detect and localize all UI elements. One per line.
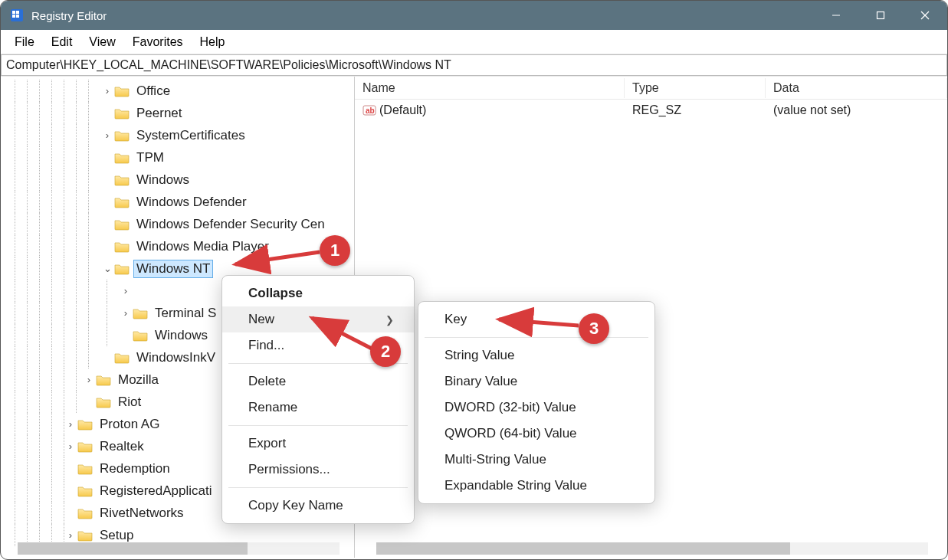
tree-item-label: Windows Defender [134,194,249,211]
folder-icon [133,307,148,319]
tree-item-label [133,290,137,292]
folder-icon [114,352,130,364]
tree-item-label: Peernet [134,105,185,122]
sub-dword[interactable]: DWORD (32-bit) Value [418,395,654,421]
folder-icon [114,218,130,231]
svg-rect-2 [12,11,15,14]
address-bar[interactable]: Computer\HKEY_LOCAL_MACHINE\SOFTWARE\Pol… [1,54,947,76]
ctx-delete[interactable]: Delete [222,368,414,395]
sub-binary[interactable]: Binary Value [418,368,654,395]
folder-icon [114,263,130,275]
close-button[interactable] [903,1,947,30]
sub-multi[interactable]: Multi-String Value [418,447,654,473]
folder-icon [114,152,130,164]
svg-rect-5 [16,15,19,18]
list-header: Name Type Data [355,77,947,100]
chevron-right-icon[interactable]: › [100,129,114,141]
list-row[interactable]: ab (Default) REG_SZ (value not set) [355,100,947,121]
sub-string[interactable]: String Value [418,342,654,368]
folder-icon [96,396,111,408]
chevron-right-icon[interactable]: › [82,374,96,385]
col-data[interactable]: Data [766,78,947,98]
ctx-collapse[interactable]: Collapse [222,280,414,306]
ctx-permissions[interactable]: Permissions... [222,457,414,483]
tree-item[interactable]: Windows Media Player [1,235,354,257]
menu-view[interactable]: View [81,32,123,52]
tree-item[interactable]: ›SystemCertificates [1,124,354,146]
tree-item[interactable]: Windows Defender Security Cen [1,213,354,235]
app-icon [10,8,24,22]
maximize-button[interactable] [858,1,903,30]
tree-item[interactable]: Windows Defender [1,191,354,213]
tree-item-label: Windows Defender Security Cen [134,216,327,233]
tree-item[interactable]: TPM [1,146,354,169]
folder-icon [77,485,93,497]
ctx-rename[interactable]: Rename [222,395,414,421]
chevron-right-icon[interactable]: › [100,85,114,97]
folder-icon [114,174,130,186]
value-type: REG_SZ [625,102,766,119]
folder-icon [77,440,93,453]
tree-item-label: Riot [116,394,143,411]
minimize-button[interactable] [814,1,858,30]
tree-item-label: Setup [97,527,136,544]
menu-favorites[interactable]: Favorites [125,32,191,52]
chevron-right-icon[interactable]: › [64,529,77,541]
ctx-copy-key-name[interactable]: Copy Key Name [222,493,414,519]
sub-key[interactable]: Key [418,306,654,332]
folder-icon [77,507,93,519]
tree-item-label: Realtek [97,438,146,455]
tree-item-label: Redemption [97,460,172,477]
tree-item-label: Office [134,83,172,100]
tree-item[interactable]: Windows [1,169,354,191]
folder-icon [114,196,130,208]
tree-item-label: Proton AG [97,416,162,433]
folder-icon [96,374,111,386]
chevron-right-icon: ❯ [385,314,394,326]
context-menu: Collapse New❯ Find... Delete Rename Expo… [221,275,415,524]
folder-icon [77,463,93,475]
chevron-right-icon[interactable]: › [119,285,133,296]
col-name[interactable]: Name [355,78,625,98]
tree-item-label: RivetNetworks [97,505,186,522]
menu-help[interactable]: Help [192,32,233,52]
folder-icon [114,241,130,253]
tree-item-label: Windows [153,327,210,344]
tree-item-label: Terminal S [153,305,218,322]
tree-item-label: RegisteredApplicati [97,483,214,499]
tree-item-label: WindowsInkV [134,349,218,366]
folder-icon [114,129,130,142]
folder-icon [77,418,93,431]
sub-expand[interactable]: Expandable String Value [418,473,654,499]
col-type[interactable]: Type [625,78,766,98]
tree-item-label: TPM [134,149,166,166]
reg-string-icon: ab [362,103,376,117]
tree-item-label: Windows NT [134,260,212,277]
chevron-right-icon[interactable]: › [64,418,77,430]
tree-scrollbar[interactable] [18,542,340,555]
window-title: Registry Editor [31,9,107,22]
titlebar: Registry Editor [1,1,947,30]
folder-icon [114,85,130,97]
chevron-down-icon[interactable]: ⌄ [100,263,114,274]
folder-icon [133,329,148,342]
svg-rect-7 [877,12,884,19]
tree-item-label: Mozilla [116,372,161,388]
folder-icon [114,107,130,120]
list-scrollbar[interactable] [376,542,928,555]
tree-item[interactable]: ›Office [1,80,354,102]
sub-qword[interactable]: QWORD (64-bit) Value [418,421,654,447]
menu-edit[interactable]: Edit [44,32,80,52]
svg-rect-4 [12,15,15,18]
address-text: Computer\HKEY_LOCAL_MACHINE\SOFTWARE\Pol… [6,58,451,72]
tree-item[interactable]: Peernet [1,102,354,124]
new-submenu: Key String Value Binary Value DWORD (32-… [418,301,655,504]
menubar: File Edit View Favorites Help [1,30,947,54]
chevron-right-icon[interactable]: › [119,307,133,319]
chevron-right-icon[interactable]: › [64,440,77,452]
menu-file[interactable]: File [7,32,42,52]
ctx-new[interactable]: New❯ [222,306,414,332]
svg-rect-3 [16,11,19,14]
tree-item-label: Windows [134,172,192,188]
ctx-export[interactable]: Export [222,431,414,457]
